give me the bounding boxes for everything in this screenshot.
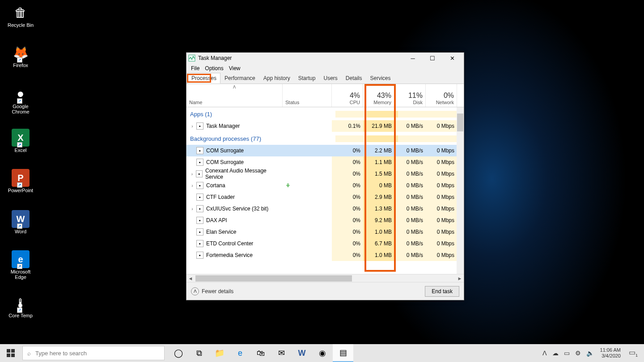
desktop-icon-excel[interactable]: X↗Excel	[4, 129, 37, 153]
store-icon[interactable]: 🛍	[250, 344, 271, 362]
window-title: Task Manager	[198, 55, 403, 61]
process-name: ETD Control Center	[206, 240, 253, 247]
desktop-icon-firefox[interactable]: 🦊↗Firefox	[4, 44, 37, 68]
task-view-icon[interactable]: ⧉	[189, 344, 209, 362]
edge-icon[interactable]: e	[230, 344, 250, 362]
process-row[interactable]: ›▪Cortana⚘0%0 MB0 MB/s0 Mbps	[186, 180, 464, 191]
expand-icon[interactable]: ›	[189, 172, 195, 177]
tab-services[interactable]: Services	[366, 73, 395, 84]
desktop-icon-powerpoint[interactable]: P↗PowerPoint	[4, 169, 37, 193]
search-box[interactable]: ⌕ Type here to search	[22, 346, 165, 360]
volume-icon[interactable]: 🔈	[584, 349, 597, 357]
memory-cell: 9.2 MB	[363, 215, 394, 226]
group-title: Background processes (77)	[190, 135, 286, 142]
process-row[interactable]: ▪COM Surrogate0%1.1 MB0 MB/s0 Mbps	[186, 156, 464, 168]
chrome-icon[interactable]: ◉	[312, 344, 333, 362]
process-name: Task Manager	[206, 123, 240, 129]
expand-icon[interactable]: ›	[189, 183, 195, 188]
memory-cell: 1.3 MB	[363, 203, 394, 215]
clock[interactable]: 11:06 AM 3/4/2020	[597, 347, 624, 359]
app-icon: 🗑	[12, 4, 30, 21]
col-memory[interactable]: 43%Memory	[363, 84, 394, 107]
cpu-cell: 0%	[332, 145, 363, 156]
tab-performance[interactable]: Performance	[220, 73, 259, 84]
windows-logo-icon	[7, 349, 15, 357]
col-cpu[interactable]: 4%CPU	[332, 84, 363, 107]
process-icon: ▪	[196, 170, 203, 177]
desktop-icon-word[interactable]: W↗Word	[4, 210, 37, 234]
col-status[interactable]: Status	[283, 84, 332, 107]
process-row[interactable]: ›▪CxUIUSvc Service (32 bit)0%1.3 MB0 MB/…	[186, 203, 464, 215]
process-row[interactable]: ▪Fortemedia Service0%1.0 MB0 MB/s0 Mbps	[186, 249, 464, 261]
maximize-button[interactable]: ☐	[423, 53, 442, 63]
process-row[interactable]: ▪DAX API0%9.2 MB0 MB/s0 Mbps	[186, 215, 464, 226]
icon-label: Word	[4, 229, 37, 234]
close-button[interactable]: ✕	[442, 53, 462, 63]
process-row[interactable]: ▪COM Surrogate0%2.2 MB0 MB/s0 Mbps	[186, 145, 464, 156]
tab-details[interactable]: Details	[342, 73, 366, 84]
process-icon: ▪	[196, 147, 203, 154]
col-disk[interactable]: 11%Disk	[394, 84, 426, 107]
process-row[interactable]: ▪Elan Service0%1.0 MB0 MB/s0 Mbps	[186, 226, 464, 238]
disk-cell: 0 MB/s	[394, 120, 426, 132]
status-cell	[283, 168, 332, 180]
scroll-thumb[interactable]	[457, 114, 463, 131]
footer: ᐱ Fewer details End task	[186, 282, 464, 300]
tab-users[interactable]: Users	[319, 73, 341, 84]
menu-view[interactable]: View	[226, 64, 243, 72]
hscroll-thumb[interactable]	[195, 275, 352, 282]
time-label: 11:06 AM	[600, 347, 621, 353]
process-icon: ▪	[196, 240, 203, 247]
col-network[interactable]: 0%Network	[426, 84, 457, 107]
fewer-details-button[interactable]: ᐱ Fewer details	[191, 287, 233, 295]
process-name: Fortemedia Service	[206, 252, 253, 258]
end-task-button[interactable]: End task	[425, 286, 459, 297]
menu-file[interactable]: File	[188, 64, 202, 72]
process-name-cell: ›▪Task Manager	[186, 120, 283, 132]
scroll-right-icon[interactable]: ►	[456, 276, 464, 281]
app-icon: ●↗	[12, 85, 30, 103]
process-icon: ▪	[196, 122, 203, 130]
onedrive-icon[interactable]: ☁	[550, 349, 561, 357]
process-row[interactable]: ▪CTF Loader0%2.9 MB0 MB/s0 Mbps	[186, 191, 464, 203]
process-row[interactable]: ›▪Conexant Audio Message Service0%1.5 MB…	[186, 168, 464, 180]
cpu-pct: 4%	[350, 92, 360, 100]
wifi-icon[interactable]: ⚙	[572, 349, 584, 357]
expand-icon[interactable]: ›	[189, 206, 195, 211]
chevron-up-icon: ᐱ	[191, 287, 199, 295]
action-center-icon[interactable]: ▭1	[624, 348, 642, 358]
tray-chevron-icon[interactable]: ᐱ	[540, 349, 550, 357]
titlebar[interactable]: Task Manager ─ ☐ ✕	[186, 53, 464, 63]
col-name[interactable]: ᐱ Name	[186, 84, 283, 107]
battery-icon[interactable]: ▭	[561, 349, 572, 357]
word-icon[interactable]: W	[292, 344, 312, 362]
date-label: 3/4/2020	[600, 353, 621, 359]
menu-options[interactable]: Options	[202, 64, 226, 72]
tab-processes[interactable]: Processes	[187, 73, 220, 84]
desktop-icon-core-temp[interactable]: 🌡↗Core Temp	[4, 294, 37, 318]
horizontal-scrollbar[interactable]: ◄ ►	[186, 274, 464, 282]
expand-icon[interactable]: ›	[189, 124, 195, 129]
search-placeholder: Type here to search	[35, 350, 87, 357]
process-name: COM Surrogate	[206, 147, 244, 154]
tab-app-history[interactable]: App history	[259, 73, 294, 84]
process-name: DAX API	[206, 217, 227, 223]
disk-cell: 0 MB/s	[394, 226, 426, 238]
vertical-scrollbar[interactable]	[457, 107, 464, 274]
file-explorer-icon[interactable]: 📁	[209, 344, 230, 362]
desktop-icon-microsoft-edge[interactable]: e↗Microsoft Edge	[4, 250, 37, 280]
task-manager-taskbar-icon[interactable]: ▤	[333, 344, 353, 362]
minimize-button[interactable]: ─	[403, 53, 423, 63]
desktop-icon-recycle-bin[interactable]: 🗑Recycle Bin	[4, 4, 37, 28]
process-row[interactable]: ▪ETD Control Center0%6.7 MB0 MB/s0 Mbps	[186, 238, 464, 249]
desktop-icon-google-chrome[interactable]: ●↗Google Chrome	[4, 85, 37, 114]
notif-badge: 1	[636, 354, 638, 358]
disk-cell: 0 MB/s	[394, 215, 426, 226]
tab-startup[interactable]: Startup	[294, 73, 320, 84]
mail-icon[interactable]: ✉	[271, 344, 292, 362]
scroll-left-icon[interactable]: ◄	[186, 276, 195, 281]
start-button[interactable]	[0, 344, 21, 362]
process-row[interactable]: ›▪Task Manager0.1%21.9 MB0 MB/s0 Mbps	[186, 120, 464, 132]
status-cell	[283, 238, 332, 249]
cortana-icon[interactable]: ◯	[168, 344, 189, 362]
